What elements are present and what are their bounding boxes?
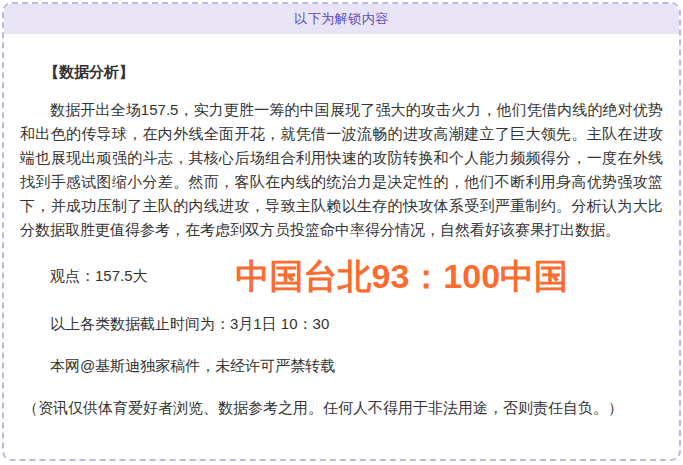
viewpoint-label: 观点：157.5大 [20, 264, 148, 288]
unlock-banner-label: 以下为解锁内容 [294, 10, 389, 28]
unlocked-content-panel: 以下为解锁内容 【数据分析】 数据开出全场157.5，实力更胜一筹的中国展现了强… [2, 2, 681, 461]
score-highlight: 中国台北93：100中国 [236, 254, 569, 298]
copyright-line: 本网@基斯迪独家稿件，未经许可严禁转载 [20, 354, 663, 378]
viewpoint-row: 观点：157.5大 中国台北93：100中国 [20, 254, 663, 298]
data-deadline-line: 以上各类数据截止时间为：3月1日 10：30 [20, 312, 663, 336]
page: 以下为解锁内容 【数据分析】 数据开出全场157.5，实力更胜一筹的中国展现了强… [0, 0, 683, 465]
analysis-paragraph: 数据开出全场157.5，实力更胜一筹的中国展现了强大的攻击火力，他们凭借内线的绝… [20, 98, 663, 242]
section-title: 【数据分析】 [20, 60, 663, 84]
article-content: 【数据分析】 数据开出全场157.5，实力更胜一筹的中国展现了强大的攻击火力，他… [4, 60, 679, 420]
disclaimer-line: （资讯仅供体育爱好者浏览、数据参考之用。任何人不得用于非法用途，否则责任自负。） [20, 396, 663, 420]
unlock-banner: 以下为解锁内容 [4, 4, 679, 34]
